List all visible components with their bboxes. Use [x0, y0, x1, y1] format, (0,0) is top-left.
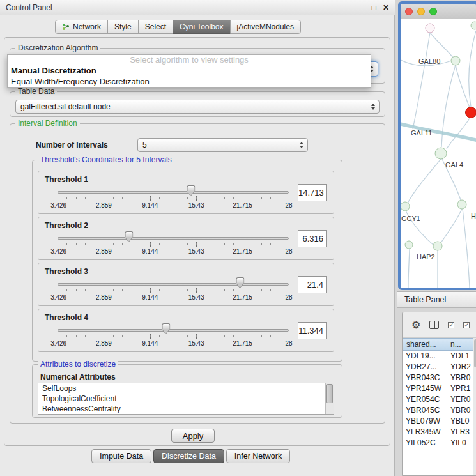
column-header-shared-name[interactable]: shared... — [403, 338, 447, 351]
threshold-coordinates-title: Threshold's Coordinates for 5 Intervals — [38, 155, 174, 164]
threshold-1-value-field[interactable]: 14.713 — [298, 184, 327, 201]
slider-track[interactable] — [58, 329, 289, 332]
checkbox-icon[interactable]: ✓ — [448, 322, 454, 328]
tab-discretize-data[interactable]: Discretize Data — [153, 449, 224, 463]
table-row[interactable]: YBR043C YBR0 — [403, 372, 476, 383]
cyni-toolbox-panel: Discretization Algorithm Select algorith… — [4, 37, 390, 446]
node-label: GAL4 — [445, 161, 463, 169]
slider-track[interactable] — [58, 283, 289, 286]
table-row[interactable]: YDR27... YDR2 — [403, 362, 476, 372]
threshold-3-panel: Threshold 3 -3.426 2.859 9.144 15.43 — [38, 263, 334, 306]
control-panel-window: Control Panel □ ✕ Network Style — [0, 0, 395, 476]
table-data-combobox[interactable]: galFiltered.sif default node — [15, 100, 380, 114]
tab-style[interactable]: Style — [107, 20, 139, 34]
network-canvas[interactable]: GAL80 GAL11 GAL4 GCY1 HAP2 H — [401, 19, 476, 288]
threshold-3-slider: -3.426 2.859 9.144 15.43 21.715 28 — [58, 263, 289, 307]
table-body: YDL19... YDL1 YDR27... YDR2 YBR043C YBR0… — [403, 351, 476, 475]
slider-thumb[interactable] — [125, 231, 134, 237]
tab-cyni-toolbox[interactable]: Cyni Toolbox — [173, 20, 230, 34]
columns-icon[interactable] — [429, 321, 439, 329]
table-row[interactable]: YBR045C YBR0 — [403, 405, 476, 416]
close-icon[interactable]: ✕ — [383, 4, 389, 12]
combo-arrows-icon — [300, 139, 303, 151]
network-node[interactable] — [401, 202, 410, 211]
attributes-listbox: SelfLoops TopologicalCoefficient Between… — [38, 383, 334, 415]
threshold-1-panel: Threshold 1 -3.426 2.859 9.144 15.43 — [38, 171, 334, 214]
network-node[interactable] — [451, 56, 460, 65]
popup-item-manual-discretization[interactable]: Manual Discretization — [8, 65, 371, 76]
column-header-name[interactable]: n... — [447, 338, 476, 351]
checkbox-icon[interactable]: ✓ — [463, 322, 470, 328]
gear-icon[interactable]: ⚙ — [411, 320, 420, 330]
network-tab-icon — [62, 23, 70, 31]
table-scrollbar[interactable] — [473, 338, 476, 475]
slider-ticks — [58, 197, 289, 199]
apply-button[interactable]: Apply — [171, 429, 215, 443]
slider-thumb[interactable] — [187, 185, 195, 191]
threshold-4-value-field[interactable]: 11.344 — [298, 322, 327, 339]
network-node[interactable] — [457, 200, 466, 209]
table-panel-title: Table Panel — [404, 295, 446, 304]
tab-infer-network[interactable]: Infer Network — [226, 449, 290, 463]
table-row[interactable]: YER054C YER0 — [403, 394, 476, 405]
threshold-coordinates-group: Threshold's Coordinates for 5 Intervals … — [32, 160, 342, 362]
slider-thumb[interactable] — [162, 323, 171, 329]
threshold-4-panel: Threshold 4 -3.426 2.859 9.144 15.43 — [38, 309, 334, 352]
algorithm-dropdown-popup: Select algorithm to view settings Manual… — [7, 54, 371, 88]
list-item[interactable]: TopologicalCoefficient — [38, 394, 334, 404]
table-row[interactable]: YDL19... YDL1 — [403, 351, 476, 362]
node-label: HAP2 — [417, 253, 435, 261]
mac-minimize-button[interactable] — [417, 8, 425, 15]
cell-name: YBL0 — [447, 416, 476, 427]
list-item[interactable]: BetweennessCentrality — [38, 404, 334, 414]
list-item[interactable]: SelfLoops — [38, 383, 334, 394]
mac-close-button[interactable] — [405, 8, 413, 15]
node-label: GAL11 — [411, 129, 432, 137]
number-of-intervals-combobox[interactable]: 5 — [137, 138, 308, 152]
slider-track[interactable] — [58, 191, 289, 194]
cell-shared-name: YPR145W — [403, 383, 447, 394]
bottom-tab-bar: Impute Data Discretize Data Infer Networ… — [91, 449, 290, 463]
cell-shared-name: YBR043C — [403, 372, 447, 383]
tab-select[interactable]: Select — [138, 20, 173, 34]
network-node[interactable] — [471, 22, 476, 29]
cell-shared-name: YDR27... — [403, 362, 447, 372]
tab-style-label: Style — [114, 22, 132, 31]
table-row[interactable]: YPR145W YPR1 — [403, 383, 476, 394]
selected-red-node[interactable] — [466, 107, 476, 118]
threshold-2-value-field[interactable]: 6.316 — [298, 230, 327, 247]
slider-track[interactable] — [58, 237, 289, 240]
cell-shared-name: YBR045C — [403, 405, 447, 416]
network-node[interactable] — [405, 241, 413, 249]
attributes-group-title: Attributes to discretize — [38, 360, 118, 369]
table-header-row: shared... n... — [403, 338, 476, 351]
network-node[interactable] — [435, 148, 447, 159]
cell-shared-name: YER054C — [403, 394, 447, 405]
tab-network-label: Network — [73, 22, 101, 31]
list-scrollbar[interactable] — [325, 383, 334, 414]
table-row[interactable]: YBL079W YBL0 — [403, 416, 476, 427]
control-panel-titlebar: Control Panel □ ✕ — [0, 0, 395, 15]
table-row[interactable]: YIL052C YIL0 — [403, 438, 476, 449]
network-node[interactable] — [426, 24, 434, 33]
table-data-group-title: Table Data — [15, 87, 57, 96]
tab-impute-data[interactable]: Impute Data — [91, 449, 151, 463]
table-data-selected-value: galFiltered.sif default node — [20, 102, 111, 111]
mac-zoom-button[interactable] — [429, 8, 437, 15]
table-panel-header: Table Panel — [397, 291, 476, 308]
float-window-icon[interactable]: □ — [372, 4, 376, 12]
node-label: GAL80 — [418, 58, 440, 65]
slider-ticks — [58, 243, 289, 245]
table-row[interactable]: YLR345W YLR3 — [403, 427, 476, 438]
list-scrollbar-thumb[interactable] — [326, 384, 333, 403]
slider-scale-labels: -3.426 2.859 9.144 15.43 21.715 28 — [58, 202, 289, 210]
tab-network[interactable]: Network — [55, 20, 108, 34]
threshold-3-value-field[interactable]: 21.4 — [298, 276, 327, 293]
attributes-group: Attributes to discretize Numerical Attri… — [32, 364, 342, 418]
network-node[interactable] — [433, 242, 442, 250]
slider-ticks — [58, 335, 289, 337]
popup-item-equal-width[interactable]: Equal Width/Frequency Discretization — [8, 76, 371, 87]
table-data-group: Table Data galFiltered.sif default node — [10, 91, 385, 117]
tab-jactivemnodules[interactable]: jActiveMNodules — [230, 20, 301, 34]
slider-thumb[interactable] — [236, 277, 244, 283]
